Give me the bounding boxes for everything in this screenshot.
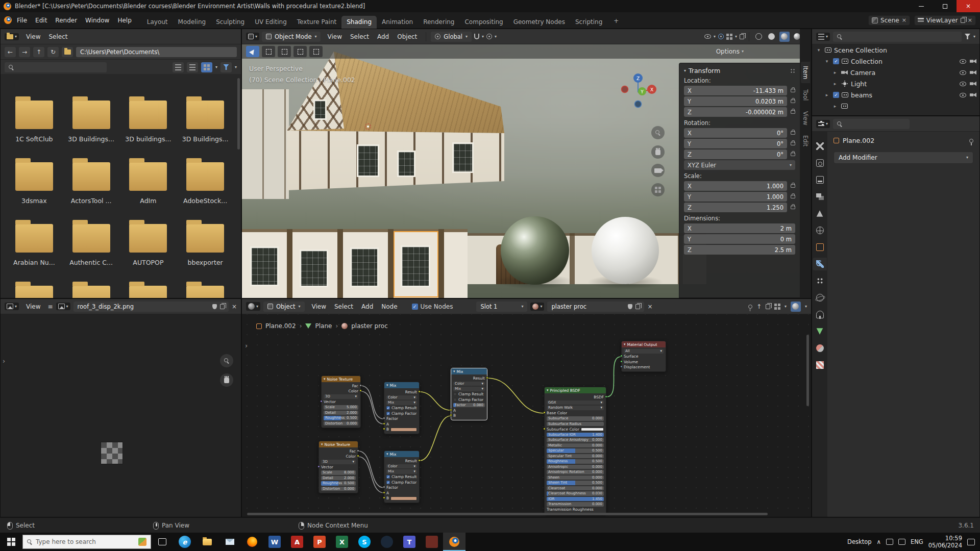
workspace-tab-sculpting[interactable]: Sculpting [211, 16, 250, 29]
lock-icon[interactable] [791, 142, 795, 145]
shading-solid-button[interactable] [767, 32, 777, 42]
properties-tab-world[interactable] [813, 224, 827, 237]
lock-icon[interactable] [791, 206, 795, 209]
node-value-field[interactable]: Subsurface0.000 [547, 416, 604, 421]
node-socket[interactable] [383, 422, 385, 425]
node-dropdown[interactable]: Mix▾ [386, 469, 417, 474]
maximize-button[interactable] [933, 0, 957, 12]
sidebar-tab-tool[interactable]: Tool [801, 85, 810, 105]
node-checkbox[interactable]: ✓ [386, 475, 390, 479]
node-row-specular-tint[interactable]: Specular Tint0.000 [545, 454, 606, 459]
node-socket[interactable] [543, 411, 546, 414]
node-socket[interactable] [320, 400, 323, 403]
hide-in-viewport-icon[interactable] [960, 82, 966, 86]
node-value-field[interactable]: Specular0.500 [547, 448, 604, 453]
transform-value-field[interactable]: Z0° [684, 149, 787, 159]
properties-tab-tool[interactable] [813, 140, 827, 153]
node-dropdown[interactable]: Color▾ [386, 464, 417, 469]
node-value-field[interactable]: Subsurface IOR1.400 [547, 433, 604, 437]
outliner-row-beams[interactable]: ▸✓beams [812, 89, 979, 101]
node-row-result[interactable]: Result [384, 389, 419, 395]
node-row-mix[interactable]: Mix▾ [451, 386, 487, 392]
transform-panel-header[interactable]: ▾ Transform [684, 67, 795, 74]
new-image-icon[interactable] [220, 304, 225, 309]
viewport-camera-button[interactable] [651, 164, 665, 177]
node-checkbox[interactable]: ✓ [386, 481, 390, 484]
linked-node-tree-icon[interactable] [766, 304, 770, 309]
node-checkbox[interactable] [453, 398, 457, 402]
node-row-vector[interactable]: Vector [319, 465, 358, 470]
node-checkbox[interactable]: ✓ [386, 406, 390, 410]
node-row-clearcoat[interactable]: Clearcoat0.000 [545, 486, 606, 491]
fb-menu-select[interactable]: Select [45, 32, 72, 42]
node-value-field[interactable]: Clearcoat0.000 [547, 486, 604, 491]
sh-menu-select[interactable]: Select [330, 302, 357, 312]
unlink-material-button[interactable]: × [647, 303, 652, 310]
node-value-field[interactable]: IOR1.450 [547, 497, 604, 502]
node-header[interactable]: ▾Noise Texture [319, 441, 358, 447]
node-row-scale[interactable]: Scale8.000 [319, 470, 358, 475]
sidebar-tab-view[interactable]: View [801, 107, 810, 129]
breadcrumb-material[interactable]: plaster proc [351, 322, 388, 330]
node-row-ior[interactable]: IOR1.450 [545, 496, 606, 502]
thumbnail-display-button[interactable] [201, 62, 212, 72]
sh-menu-view[interactable]: View [308, 302, 330, 312]
transform-value-field[interactable]: Y0.0203 m [684, 96, 787, 106]
hidden-icons-chevron[interactable]: ∧ [877, 538, 881, 545]
taskbar-clock[interactable]: 10:59 05/06/2024 [928, 535, 962, 549]
pin-id-icon[interactable] [969, 139, 973, 143]
folder-item-authentic-c[interactable]: Authentic C... [63, 224, 120, 272]
material-name-field[interactable]: plaster proc [547, 302, 644, 312]
properties-tab-render[interactable] [813, 157, 827, 169]
select-mode-new-button[interactable] [262, 46, 275, 57]
pin-icon[interactable] [748, 305, 752, 309]
taskbar-icon-pinned-app-3[interactable] [421, 533, 443, 551]
shader-node-noise-texture-0[interactable]: ▾Noise TextureFacColor3D▾VectorScale5.00… [321, 375, 361, 428]
tray-icon-2[interactable] [898, 539, 905, 545]
node-row-factor[interactable]: Factor [384, 485, 419, 491]
node-row-clamp-factor[interactable]: Clamp Factor [451, 397, 487, 403]
node-row-fac[interactable]: Fac [319, 448, 358, 454]
exclude-checkbox[interactable]: ✓ [833, 58, 839, 64]
editor-type-dropdown[interactable]: ▾ [816, 120, 830, 128]
transform-value-field[interactable]: Y0° [684, 139, 787, 148]
node-socket[interactable] [486, 377, 488, 379]
workspace-tab-animation[interactable]: Animation [377, 16, 418, 29]
lock-icon[interactable] [791, 131, 795, 135]
node-row-clearcoat-roughness[interactable]: Clearcoat Roughness0.030 [545, 491, 606, 496]
taskbar-icon-edge[interactable]: e [174, 533, 196, 551]
node-dropdown[interactable]: Color▾ [453, 382, 485, 386]
node-row-bsdf[interactable]: BSDF [545, 394, 606, 400]
close-button[interactable]: × [957, 0, 980, 12]
options-dropdown[interactable]: Options▾ [712, 47, 748, 56]
node-row-subsurface-anisotropy[interactable]: Subsurface Anisotropy0.000 [545, 437, 606, 443]
workspace-tab-uv-editing[interactable]: UV Editing [250, 16, 292, 29]
outliner-search-input[interactable] [833, 32, 962, 42]
disable-in-render-icon[interactable] [970, 92, 976, 97]
node-socket[interactable] [357, 449, 359, 452]
node-row-result[interactable]: Result [384, 458, 419, 464]
vp-menu-view[interactable]: View [323, 32, 346, 42]
snapping-icon[interactable] [774, 304, 780, 310]
node-row-anisotropic-rotation[interactable]: Anisotropic Rotation0.000 [545, 469, 606, 475]
color-swatch[interactable] [581, 428, 604, 432]
shader-node-principled-bsdf-5[interactable]: ▾Principled BSDFBSDFGGX▾Random Walk▾Base… [544, 387, 606, 514]
add-workspace-button[interactable]: + [608, 15, 624, 28]
menu-help[interactable]: Help [113, 15, 135, 26]
expand-arrow[interactable]: ▾ [815, 47, 822, 53]
node-row-3d[interactable]: 3D▾ [319, 459, 358, 465]
node-row-roughness[interactable]: Roughness0.500 [545, 459, 606, 464]
node-row-subsurface-ior[interactable]: Subsurface IOR1.400 [545, 432, 606, 438]
lock-icon[interactable] [791, 89, 795, 92]
sh-menu-node[interactable]: Node [377, 302, 401, 312]
node-header[interactable]: ▾Noise Texture [322, 376, 360, 382]
breadcrumb-mesh[interactable]: Plane [315, 322, 332, 330]
node-row-color[interactable]: Color▾ [451, 381, 487, 387]
taskbar-icon-acrobat[interactable]: A [286, 533, 308, 551]
node-dropdown[interactable]: All▾ [624, 349, 664, 354]
browse-material-dropdown[interactable]: ▾ [530, 303, 544, 311]
folder-item-partial[interactable] [120, 286, 177, 298]
use-nodes-checkbox[interactable]: ✓ [412, 304, 418, 310]
taskbar-icon-powerpoint[interactable]: P [308, 533, 331, 551]
folder-item-actorstool[interactable]: ActorsTool ... [63, 162, 120, 210]
